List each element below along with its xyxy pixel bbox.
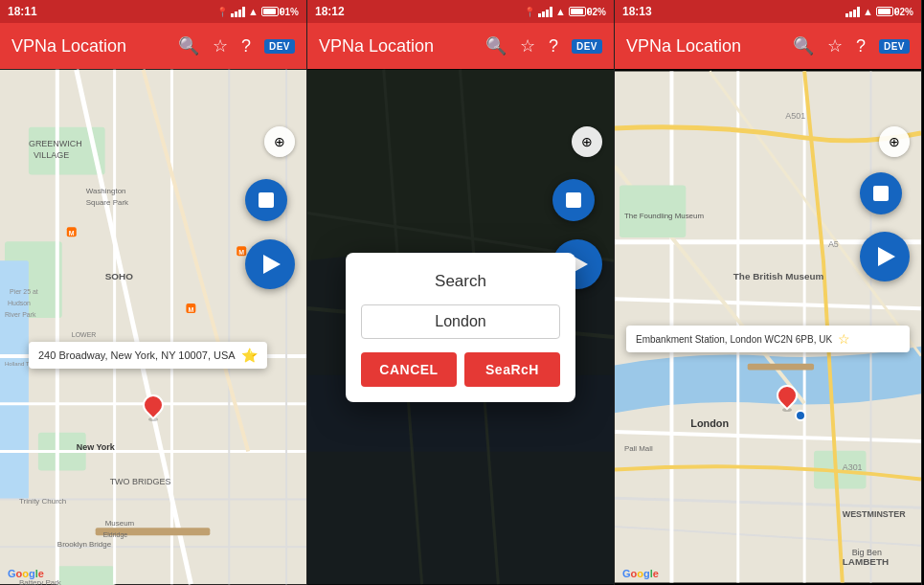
search-icon-3[interactable]: 🔍 (793, 35, 814, 56)
panel-london: 18:13 ▲ 92% VPNa Location 🔍 ☆ ? DEV (615, 0, 922, 585)
panel-nyc: 18:11 📍 ▲ 91% VPNa Location 🔍 ☆ ? (0, 0, 307, 585)
search-dialog: Search CANCEL SeaRcH (346, 253, 575, 402)
signal-bar-2 (235, 11, 237, 17)
app-bar-2: VPNa Location 🔍 ☆ ? DEV (307, 23, 614, 69)
stop-icon-3 (873, 186, 889, 201)
battery-icon-2 (569, 7, 586, 16)
compass-3[interactable]: ⊕ (879, 126, 910, 157)
dev-badge-3[interactable]: DEV (879, 39, 910, 54)
status-bar-3: 18:13 ▲ 92% (615, 0, 921, 23)
panel-search: 18:12 📍 ▲ 92% VPNa Location 🔍 ☆ ? (307, 0, 615, 585)
stop-button-1[interactable] (245, 179, 287, 221)
signal-bar-3 (238, 10, 241, 17)
star-icon-1[interactable]: ☆ (213, 35, 228, 56)
compass-icon-1: ⊕ (274, 134, 285, 149)
svg-text:LAMBETH: LAMBETH (843, 556, 889, 567)
time-3: 18:13 (622, 5, 652, 18)
compass-1[interactable]: ⊕ (264, 126, 295, 157)
signal-bars-1 (231, 6, 245, 17)
battery-pct-3: 92% (894, 7, 913, 17)
dev-badge-1[interactable]: DEV (264, 39, 295, 54)
svg-text:WESTMINSTER: WESTMINSTER (843, 509, 906, 519)
svg-text:Museum: Museum (105, 519, 135, 528)
star-icon-2[interactable]: ☆ (520, 35, 535, 56)
svg-text:River Park: River Park (5, 311, 36, 318)
status-bar-2: 18:12 📍 ▲ 92% (307, 0, 614, 23)
status-bar-1: 18:11 📍 ▲ 91% (0, 0, 306, 23)
dev-badge-2[interactable]: DEV (572, 39, 602, 54)
g-blue-1: G (8, 568, 16, 579)
app-bar-3: VPNa Location 🔍 ☆ ? DEV (615, 23, 921, 69)
svg-text:GREENWICH: GREENWICH (29, 139, 82, 148)
svg-text:Square Park: Square Park (86, 198, 128, 207)
svg-text:M: M (238, 249, 244, 256)
battery-pct-1: 91% (280, 7, 299, 17)
cancel-button[interactable]: CANCEL (361, 352, 457, 387)
location-badge-3: Embankment Station, London WC2N 6PB, UK … (626, 326, 910, 352)
compass-2[interactable]: ⊕ (572, 126, 602, 157)
search-button[interactable]: SeaRcH (464, 352, 560, 387)
marker-pin-nyc (142, 394, 165, 425)
help-icon-1[interactable]: ? (241, 36, 251, 56)
svg-text:The Foundling Museum: The Foundling Museum (624, 212, 704, 220)
wifi-icon-1: ▲ (248, 6, 259, 17)
search-icon-1[interactable]: 🔍 (178, 35, 199, 56)
help-icon-2[interactable]: ? (549, 36, 558, 56)
svg-text:M: M (188, 306, 193, 313)
favorite-star-3: ☆ (838, 331, 850, 347)
star-icon-3[interactable]: ☆ (827, 35, 843, 56)
app-bar-icons-2: 🔍 ☆ ? DEV (485, 35, 602, 56)
help-icon-3[interactable]: ? (856, 36, 866, 56)
play-icon-1 (263, 255, 281, 274)
g-red-2: e (38, 568, 44, 579)
status-icons-1: 📍 ▲ 91% (216, 6, 299, 17)
svg-rect-4 (57, 566, 115, 585)
wifi-icon-2: ▲ (555, 6, 566, 17)
svg-text:Washington: Washington (86, 187, 126, 195)
svg-text:LOWER: LOWER (72, 331, 97, 338)
svg-text:Battery Park: Battery Park (19, 578, 61, 585)
svg-text:VILLAGE: VILLAGE (34, 150, 69, 160)
time-1: 18:11 (8, 5, 37, 18)
signal-bars-2 (538, 6, 552, 17)
svg-text:Trinity Church: Trinity Church (19, 497, 66, 506)
location-text-1: 240 Broadway, New York, NY 10007, USA (38, 349, 236, 361)
dialog-buttons: CANCEL SeaRcH (361, 352, 560, 387)
svg-text:A301: A301 (843, 462, 863, 472)
svg-text:Pier 25 at: Pier 25 at (10, 288, 38, 295)
dialog-title: Search (361, 272, 560, 291)
svg-text:The British Museum: The British Museum (733, 271, 824, 281)
svg-text:Brooklyn Bridge: Brooklyn Bridge (57, 540, 112, 549)
svg-text:M: M (69, 230, 75, 236)
battery-1: 91% (261, 7, 299, 17)
location-text-3: Embankment Station, London WC2N 6PB, UK (636, 334, 832, 345)
svg-rect-5 (0, 260, 29, 499)
location-icon-2: 📍 (524, 7, 535, 17)
play-button-3[interactable] (860, 232, 910, 281)
nyc-map-svg: GREENWICH VILLAGE Washington Square Park… (0, 69, 306, 585)
stop-button-3[interactable] (860, 172, 902, 214)
svg-text:A501: A501 (785, 111, 805, 121)
svg-text:New York: New York (77, 442, 115, 452)
battery-icon-3 (876, 7, 893, 16)
marker-head-london (772, 380, 801, 410)
app-title-1: VPNa Location (11, 36, 178, 56)
location-badge-1: 240 Broadway, New York, NY 10007, USA ⭐ (29, 342, 267, 369)
svg-text:Pall Mall: Pall Mall (624, 444, 653, 453)
app-bar-1: VPNa Location 🔍 ☆ ? DEV (0, 23, 306, 69)
app-title-3: VPNa Location (626, 36, 793, 56)
battery-pct-2: 92% (587, 7, 606, 17)
google-logo-1: Google (8, 568, 44, 579)
battery-3: 92% (876, 7, 913, 17)
play-icon-3 (878, 247, 895, 266)
app-bar-icons-3: 🔍 ☆ ? DEV (793, 35, 910, 56)
search-input[interactable] (361, 304, 560, 339)
svg-text:London: London (690, 417, 729, 429)
svg-text:SOHO: SOHO (105, 271, 134, 281)
status-icons-2: 📍 ▲ 92% (524, 6, 606, 17)
map-marker-nyc (142, 394, 165, 425)
location-icon-1: 📍 (216, 7, 228, 17)
search-icon-2[interactable]: 🔍 (485, 35, 507, 56)
stop-button-2[interactable] (552, 179, 595, 221)
play-button-1[interactable] (245, 239, 295, 289)
